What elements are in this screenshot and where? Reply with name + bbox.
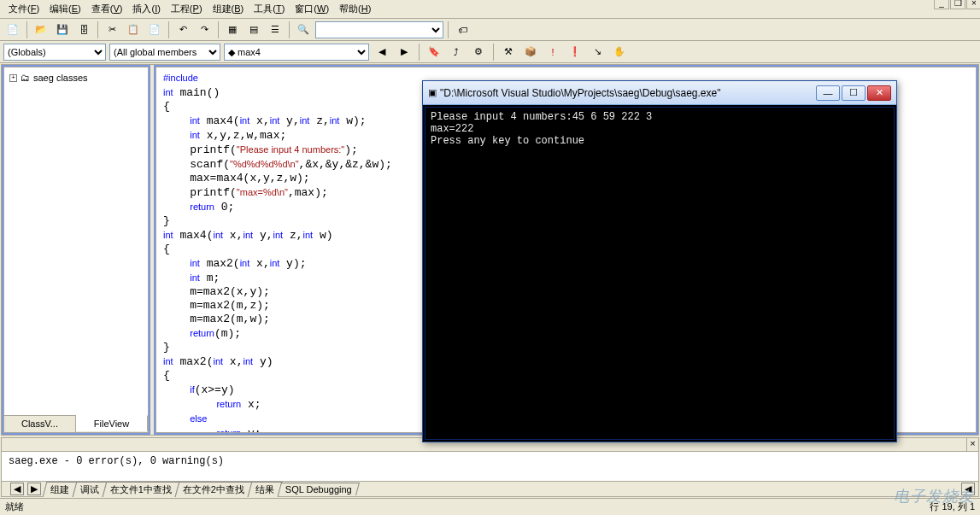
console-title: "D:\Microsoft Visual Studio\MyProjects\s… [437,87,816,99]
tab-classview[interactable]: ClassV... [4,416,76,432]
console-maximize-icon[interactable]: ☐ [842,85,866,101]
menu-view[interactable]: 查看(V) [86,1,128,17]
console-close-icon[interactable]: ✕ [867,85,891,101]
tree-root-node[interactable]: + 🗂 saeg classes [8,71,144,85]
mdi-minimize-icon[interactable]: _ [934,0,949,9]
tabs-scroll-left-icon[interactable]: ◀ [10,483,24,495]
mdi-restore-icon[interactable]: ❐ [950,0,965,9]
filter-icon[interactable]: ⚙ [469,43,488,61]
goto-icon[interactable]: ⤴ [447,43,466,61]
menu-insert[interactable]: 插入(I) [127,1,165,17]
workspace-icon[interactable]: ▦ [223,20,242,39]
bookmark-icon[interactable]: 🔖 [425,43,443,61]
undo-icon[interactable]: ↶ [173,20,192,39]
cut-icon[interactable]: ✂ [103,20,121,39]
wizard-bar: (Globals) (All global members ◆ max4 ◀ ▶… [0,41,980,63]
breakpoints-icon[interactable]: ✋ [610,43,629,61]
symbol-combo[interactable]: ◆ max4 [224,44,369,61]
save-icon[interactable]: 💾 [53,20,72,39]
output-tab-sql[interactable]: SQL Debugging [278,483,360,495]
menu-build[interactable]: 组建(B) [208,1,249,17]
status-bar: 就绪 行 19, 列 1 [0,498,980,515]
find-in-files-icon[interactable]: 🔍 [294,20,313,39]
output-tab-find1[interactable]: 在文件1中查找 [103,482,180,497]
watermark: 电子发烧友 [894,486,975,506]
expand-icon[interactable]: + [9,74,17,82]
class-tree[interactable]: + 🗂 saeg classes [4,67,148,415]
console-window[interactable]: ▣ "D:\Microsoft Visual Studio\MyProjects… [422,80,897,442]
tabs-scroll-right-icon[interactable]: ▶ [27,483,41,495]
menu-file[interactable]: 文件(F) [3,1,44,17]
go-debug-icon[interactable]: ↘ [588,43,607,61]
output-close-icon[interactable]: × [966,438,978,451]
console-titlebar[interactable]: ▣ "D:\Microsoft Visual Studio\MyProjects… [423,81,896,105]
output-pane: × saeg.exe - 0 error(s), 0 warning(s) ◀ … [1,437,979,497]
menu-project[interactable]: 工程(P) [166,1,208,17]
menu-bar: 文件(F) 编辑(E) 查看(V) 插入(I) 工程(P) 组建(B) 工具(T… [0,0,980,19]
new-file-icon[interactable]: 📄 [3,20,22,39]
build-output[interactable]: saeg.exe - 0 error(s), 0 warning(s) [2,452,978,481]
workspace-pane: + 🗂 saeg classes ClassV... FileView [3,67,149,433]
output-tab-find2[interactable]: 在文件2中查找 [175,482,253,497]
window-list-icon[interactable]: ☰ [266,20,285,39]
compile-icon[interactable]: ⚒ [499,43,518,61]
redo-icon[interactable]: ↷ [195,20,214,39]
output-icon[interactable]: ▤ [244,20,263,39]
nav-fwd-icon[interactable]: ▶ [395,43,414,61]
nav-back-icon[interactable]: ◀ [373,43,391,61]
find-combo[interactable] [315,21,443,38]
folder-icon: 🗂 [21,73,30,83]
paste-icon[interactable]: 📄 [145,20,164,39]
go-icon[interactable]: 🏷 [453,20,472,39]
console-app-icon: ▣ [428,87,437,98]
splitter[interactable] [150,65,154,435]
copy-icon[interactable]: 📋 [124,20,143,39]
open-icon[interactable]: 📂 [32,20,50,39]
members-combo[interactable]: (All global members [109,44,220,61]
menu-edit[interactable]: 编辑(E) [44,1,86,17]
save-all-icon[interactable]: 🗄 [74,20,93,39]
output-tabs: ◀ ▶ 组建 调试 在文件1中查找 在文件2中查找 结果 SQL Debuggi… [2,481,978,496]
tree-root-label: saeg classes [33,73,88,83]
build-icon[interactable]: 📦 [521,43,540,61]
scope-combo[interactable]: (Globals) [3,44,106,61]
stop-build-icon[interactable]: ! [543,43,562,61]
menu-help[interactable]: 帮助(H) [334,1,376,17]
console-minimize-icon[interactable]: — [816,85,840,101]
menu-tools[interactable]: 工具(T) [249,1,290,17]
mdi-close-icon[interactable]: × [966,0,980,9]
tab-fileview[interactable]: FileView [76,415,148,431]
console-output[interactable]: Please input 4 numbers:45 6 59 222 3 max… [425,107,895,440]
execute-icon[interactable]: ❗ [566,43,584,61]
standard-toolbar: 📄 📂 💾 🗄 ✂ 📋 📄 ↶ ↷ ▦ ▤ ☰ 🔍 🏷 [0,19,980,41]
menu-window[interactable]: 窗口(W) [290,1,334,17]
status-text: 就绪 [5,500,24,513]
